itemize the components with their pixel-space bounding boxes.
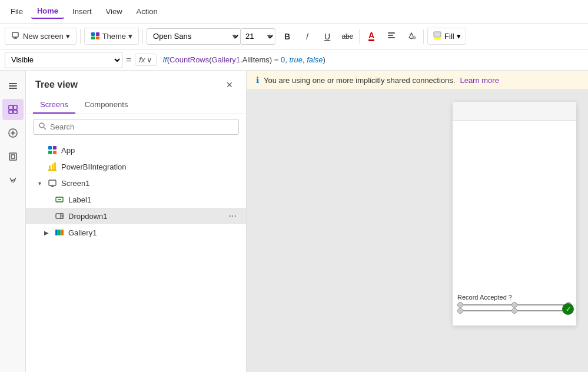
search-input[interactable]: [50, 122, 234, 131]
paint-bucket-button[interactable]: [403, 28, 420, 45]
powerbi-icon: [47, 161, 58, 172]
svg-rect-33: [53, 151, 57, 154]
menu-bar: File Home Insert View Action: [0, 0, 588, 24]
text-align-button[interactable]: [383, 28, 400, 45]
svg-rect-11: [434, 32, 441, 37]
theme-button[interactable]: Theme ▾: [84, 28, 139, 45]
track-line-top: [457, 304, 572, 305]
svg-line-29: [44, 128, 46, 130]
learn-more-link[interactable]: Learn more: [460, 76, 499, 85]
svg-rect-38: [49, 180, 56, 185]
screen1-label: Screen1: [61, 179, 237, 188]
sidebar-add-icon[interactable]: [2, 122, 24, 144]
sidebar-screens-icon[interactable]: [2, 99, 24, 120]
menu-action[interactable]: Action: [131, 5, 164, 18]
gallery1-icon: [54, 227, 65, 238]
info-text: You are using one or more implicitly sha…: [264, 76, 455, 85]
new-screen-button[interactable]: New screen ▾: [5, 28, 77, 45]
font-family-select[interactable]: Open Sans: [147, 28, 241, 45]
fill-icon: [433, 31, 442, 42]
record-label: Record Accepted ?: [457, 294, 572, 301]
dropdown1-label: Dropdown1: [68, 212, 225, 221]
screen1-chevron-icon[interactable]: ▾: [35, 180, 44, 187]
new-screen-chevron-icon: ▾: [66, 32, 70, 41]
tree-tabs: Screens Components: [26, 97, 246, 114]
toolbar-divider-4: [359, 29, 360, 44]
menu-insert[interactable]: Insert: [67, 5, 98, 18]
fx-badge[interactable]: fx ∨: [135, 54, 157, 66]
font-color-button[interactable]: A: [363, 28, 380, 45]
tree-items: App PowerBIIntegration ▾: [26, 140, 246, 372]
svg-rect-24: [11, 155, 15, 158]
svg-rect-0: [12, 32, 18, 37]
tree-item-gallery1[interactable]: ▶ Gallery1: [26, 224, 246, 241]
toolbar-divider-5: [423, 29, 424, 44]
svg-rect-31: [53, 146, 57, 150]
info-icon: ℹ: [256, 75, 259, 85]
svg-rect-6: [96, 36, 99, 39]
svg-rect-34: [49, 165, 51, 170]
theme-label: Theme: [102, 32, 126, 41]
svg-rect-17: [14, 105, 17, 109]
dropdown1-more-button[interactable]: ···: [229, 211, 237, 221]
info-banner: ℹ You are using one or more implicitly s…: [247, 71, 588, 90]
property-select[interactable]: Visible: [5, 52, 122, 68]
sidebar-vars-icon[interactable]: [2, 170, 24, 191]
font-size-select[interactable]: 21: [240, 28, 275, 45]
svg-rect-30: [48, 146, 52, 150]
menu-home[interactable]: Home: [31, 4, 64, 19]
svg-rect-36: [54, 162, 56, 170]
powerbi-label: PowerBIIntegration: [61, 162, 237, 171]
fx-label: fx: [139, 55, 145, 64]
tree-item-label1[interactable]: Label1: [26, 191, 246, 208]
check-icon: ✓: [562, 303, 574, 315]
tab-screens[interactable]: Screens: [33, 97, 75, 114]
check-symbol: ✓: [566, 305, 571, 313]
menu-file[interactable]: File: [5, 5, 29, 18]
app-icon: [47, 145, 58, 155]
svg-rect-3: [91, 32, 95, 36]
tree-title: Tree view: [35, 79, 78, 90]
sidebar-hamburger-icon[interactable]: [2, 75, 24, 97]
svg-rect-47: [58, 230, 61, 235]
tree-item-screen1[interactable]: ▾ Screen1: [26, 175, 246, 191]
svg-rect-12: [434, 38, 441, 39]
sidebar-component-icon[interactable]: [2, 146, 24, 167]
formula-bar: Visible = fx ∨ If(CountRows(Gallery1.All…: [0, 49, 588, 71]
record-accepted-area: Record Accepted ? ✓: [457, 294, 572, 314]
gallery1-label: Gallery1: [68, 228, 237, 237]
menu-view[interactable]: View: [100, 5, 128, 18]
gallery1-chevron-icon[interactable]: ▶: [42, 230, 51, 236]
tree-item-powerbi[interactable]: PowerBIIntegration: [26, 158, 246, 175]
search-box: [33, 119, 239, 135]
tree-item-app[interactable]: App: [26, 142, 246, 158]
tree-panel: Tree view ✕ Screens Components: [26, 71, 247, 372]
strikethrough-button[interactable]: abc: [339, 28, 356, 45]
tree-item-dropdown1[interactable]: Dropdown1 ···: [26, 208, 246, 224]
fill-button[interactable]: Fill ▾: [427, 28, 466, 45]
toolbar-divider-1: [80, 29, 81, 44]
track-dot-left-bottom: [457, 308, 463, 314]
svg-rect-23: [9, 153, 16, 160]
track-dot-left-top: [457, 302, 463, 308]
svg-point-28: [39, 123, 44, 128]
fill-label: Fill: [444, 32, 454, 41]
svg-rect-18: [9, 110, 12, 114]
svg-point-10: [413, 36, 416, 39]
tree-close-button[interactable]: ✕: [222, 78, 237, 92]
label1-label: Label1: [68, 195, 237, 204]
tab-components[interactable]: Components: [78, 97, 135, 114]
svg-rect-32: [48, 151, 52, 154]
main-layout: Tree view ✕ Screens Components: [0, 71, 588, 372]
toolbar: New screen ▾ Theme ▾ Open Sans ▾ 21 ▾ B …: [0, 24, 588, 49]
fx-chevron-icon: ∨: [147, 55, 152, 64]
track-dot-mid-bottom: [511, 308, 517, 314]
font-color-icon: A: [368, 31, 374, 41]
underline-button[interactable]: U: [319, 28, 335, 45]
theme-chevron-icon: ▾: [128, 32, 132, 41]
svg-rect-19: [14, 110, 17, 114]
italic-button[interactable]: /: [299, 28, 315, 45]
align-icon: [387, 31, 396, 42]
svg-rect-14: [9, 85, 17, 87]
bold-button[interactable]: B: [279, 28, 295, 45]
